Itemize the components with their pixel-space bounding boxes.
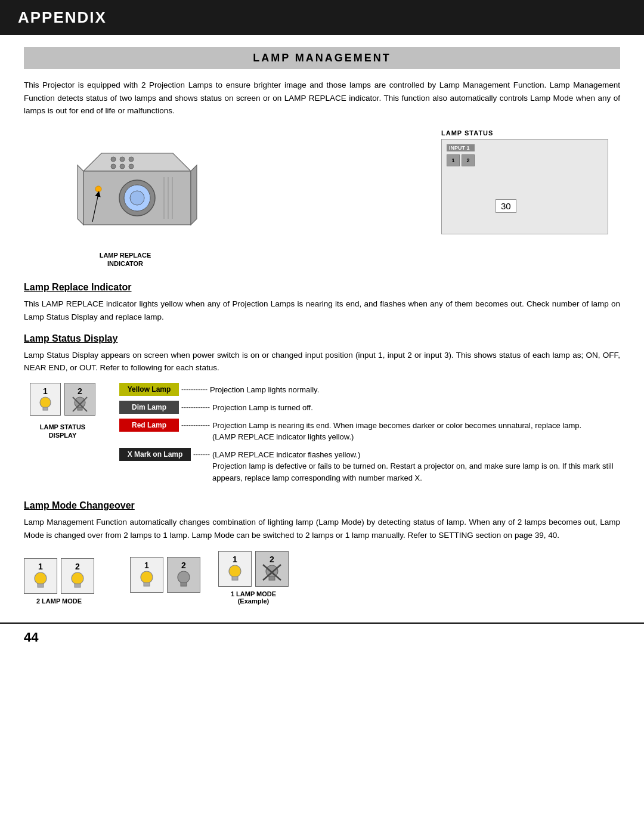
mode2-lamp1-svg — [30, 571, 51, 589]
lamp-1-bulb-svg — [36, 395, 54, 412]
svg-rect-33 — [232, 577, 238, 580]
page-header: APPENDIX — [0, 0, 644, 35]
svg-point-20 — [75, 397, 85, 408]
mode1a-lamp1: 1 — [130, 557, 163, 593]
lamp-2-bulb-svg — [71, 395, 89, 412]
lamp-mode-diagrams: 1 2 2 LAMP MODE — [24, 551, 620, 605]
svg-point-16 — [95, 186, 101, 192]
lamp-1-icon: 1 — [30, 383, 61, 416]
svg-rect-27 — [75, 584, 80, 587]
mode1b-lamp2-svg — [262, 563, 282, 581]
legend-row-yellow: Yellow Lamp ----------- Projection Lamp … — [119, 383, 620, 396]
dim-lamp-text: Projection Lamp is turned off. — [212, 401, 313, 414]
projector-diagram: LAMP REPLACE INDICATOR — [24, 129, 227, 268]
lamp-mode-1a-group: 1 2 — [130, 557, 200, 605]
svg-point-24 — [35, 572, 47, 584]
appendix-title: APPENDIX — [18, 8, 107, 27]
lamp-mode-heading: Lamp Mode Changeover — [24, 500, 620, 511]
lamp-status-content: 1 2 — [24, 383, 620, 489]
lamp-replace-section: Lamp Replace Indicator This LAMP REPLACE… — [24, 282, 620, 323]
legend-table: Yellow Lamp ----------- Projection Lamp … — [119, 383, 620, 489]
svg-point-4 — [111, 157, 116, 162]
lamp-mode-2-icons: 1 2 — [24, 558, 94, 594]
svg-rect-25 — [38, 584, 44, 587]
lamp-status-title: LAMP STATUS — [441, 129, 493, 137]
lamp-mode-1a-icons: 1 2 — [130, 557, 200, 593]
mode1b-lamp2-num: 2 — [270, 555, 274, 563]
red-lamp-badge: Red Lamp — [119, 419, 179, 432]
page-footer: 44 — [0, 623, 644, 651]
lamp-mode-1-label: 1 LAMP MODE (Example) — [231, 590, 276, 605]
svg-marker-0 — [83, 153, 191, 171]
svg-rect-21 — [78, 407, 82, 410]
lamp-replace-indicator-label: LAMP REPLACE INDICATOR — [100, 251, 151, 268]
svg-point-5 — [120, 157, 125, 162]
mode1b-lamp1-num: 1 — [233, 555, 237, 563]
legend-row-xmark: X Mark on Lamp ------- (LAMP REPLACE ind… — [119, 448, 620, 484]
svg-point-18 — [40, 397, 51, 408]
yellow-lamp-text: Projection Lamp lights normally. — [210, 383, 319, 396]
mode1b-lamp1: 1 — [218, 551, 252, 587]
lamp-mode-1b-icons: 1 2 — [218, 551, 289, 587]
svg-point-9 — [129, 164, 134, 169]
legend-row-dim: Dim Lamp ------------ Projection Lamp is… — [119, 401, 620, 414]
mode2-lamp1-num: 1 — [38, 562, 43, 571]
svg-point-7 — [111, 164, 116, 169]
svg-point-8 — [120, 164, 125, 169]
mode2-lamp2-num: 2 — [75, 562, 80, 571]
page-number: 44 — [24, 630, 38, 645]
lamp-status-section: Lamp Status Display Lamp Status Display … — [24, 333, 620, 489]
xmark-lamp-text: (LAMP REPLACE indicator flashes yellow.)… — [212, 448, 620, 484]
dim-lamp-badge: Dim Lamp — [119, 401, 179, 414]
svg-rect-19 — [43, 407, 48, 410]
svg-point-28 — [141, 571, 153, 583]
lamp-mode-section: Lamp Mode Changeover Lamp Management Fun… — [24, 500, 620, 605]
yellow-lamp-badge: Yellow Lamp — [119, 383, 179, 396]
lamp-mode-1-groups: 1 2 — [130, 551, 289, 605]
mode2-lamp2: 2 — [61, 558, 94, 594]
mode1a-lamp1-svg — [137, 569, 157, 587]
lamp-replace-text: This LAMP REPLACE indicator lights yello… — [24, 298, 620, 323]
lamp-status-number: 30 — [496, 199, 516, 213]
mode1a-lamp2: 2 — [167, 557, 200, 593]
lamp-replace-heading: Lamp Replace Indicator — [24, 282, 620, 293]
svg-point-26 — [72, 572, 83, 584]
mode1a-lamp1-num: 1 — [144, 561, 149, 569]
yellow-lamp-dashes: ----------- — [181, 383, 208, 396]
lamp-mode-2-group: 1 2 2 LAMP MODE — [24, 558, 94, 605]
mode1b-lamp2: 2 — [255, 551, 289, 587]
main-content: LAMP MANAGEMENT This Projector is equipp… — [0, 35, 644, 623]
lamp-status-text: Lamp Status Display appears on screen wh… — [24, 349, 620, 374]
lamp-status-diagram: LAMP STATUS INPUT 1 1 2 30 — [441, 129, 620, 234]
lamp-display-graphic: 1 2 — [24, 383, 101, 440]
svg-point-32 — [229, 565, 241, 577]
lamp-mode-text: Lamp Management Function automatically c… — [24, 516, 620, 541]
lamp-mode-1b-group: 1 2 — [218, 551, 289, 605]
lamp-status-display-label: LAMP STATUS DISPLAY — [40, 423, 85, 440]
red-lamp-text: Projection Lamp is nearing its end. When… — [212, 419, 581, 443]
mode1b-lamp1-svg — [225, 563, 245, 581]
lamp-1-number: 1 — [43, 387, 48, 395]
dim-lamp-dashes: ------------ — [181, 401, 210, 414]
diagrams-row: LAMP REPLACE INDICATOR LAMP STATUS INPUT… — [24, 129, 620, 268]
red-lamp-dashes: ------------ — [181, 419, 210, 432]
section-title-bar: LAMP MANAGEMENT — [24, 47, 620, 69]
xmark-lamp-dashes: ------- — [193, 448, 210, 461]
mode2-lamp1: 1 — [24, 558, 57, 594]
svg-marker-2 — [191, 165, 197, 225]
svg-point-30 — [178, 571, 190, 583]
lamp-status-heading: Lamp Status Display — [24, 333, 620, 344]
svg-rect-29 — [144, 583, 150, 586]
svg-point-12 — [130, 191, 144, 205]
projector-svg — [30, 129, 221, 249]
lamp-mode-2-label: 2 LAMP MODE — [36, 597, 82, 605]
intro-paragraph: This Projector is equipped with 2 Projec… — [24, 79, 620, 117]
mode1a-lamp2-num: 2 — [181, 561, 186, 569]
svg-rect-35 — [269, 577, 275, 580]
svg-rect-31 — [181, 583, 187, 586]
section-title: LAMP MANAGEMENT — [29, 52, 615, 64]
mode2-lamp2-svg — [67, 571, 88, 589]
svg-marker-3 — [78, 165, 83, 225]
mode1a-lamp2-svg — [174, 569, 194, 587]
legend-row-red: Red Lamp ------------ Projection Lamp is… — [119, 419, 620, 443]
